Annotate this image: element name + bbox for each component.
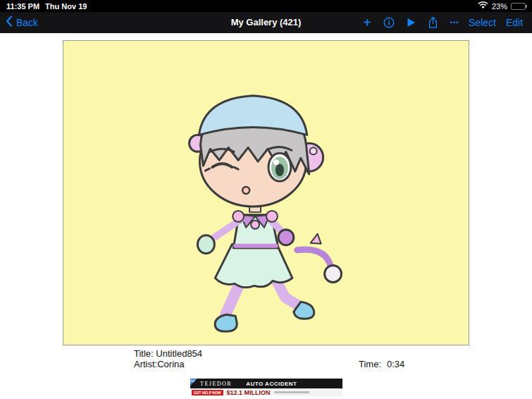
share-icon xyxy=(428,16,438,29)
ad-cta-button[interactable]: GET HELP NOW xyxy=(192,390,223,395)
status-right: 23% xyxy=(478,1,526,11)
ad-banner[interactable]: Ad TEJEDOR AUTO ACCIDENT GET HELP NOW $1… xyxy=(190,379,342,396)
nav-bar: Back My Gallery (421) + ••• xyxy=(0,12,532,33)
share-button[interactable] xyxy=(425,16,440,29)
add-button[interactable]: + xyxy=(359,16,375,30)
app-root: 11:35 PM Thu Nov 19 23% Back My Gallery … xyxy=(0,0,532,399)
artwork-time: Time:0:34 xyxy=(359,359,404,369)
info-button[interactable] xyxy=(381,17,397,28)
battery-percent: 23% xyxy=(492,2,507,11)
ad-firm-name: TEJEDOR xyxy=(200,381,232,387)
artwork-meta: Title: Untitled854 Artist:Corina xyxy=(134,348,202,369)
ad-headline: AUTO ACCIDENT xyxy=(246,381,297,387)
artwork-artist: Artist:Corina xyxy=(134,359,202,369)
select-button[interactable]: Select xyxy=(469,17,496,28)
artwork-title: Title: Untitled854 xyxy=(134,348,202,359)
ad-bottom-row: GET HELP NOW $12.1 MILLION xyxy=(190,388,342,396)
artwork-canvas[interactable] xyxy=(63,40,469,345)
info-icon xyxy=(383,17,395,28)
play-icon xyxy=(407,18,416,27)
time-value: 0:34 xyxy=(387,359,404,369)
status-date: Thu Nov 19 xyxy=(45,2,87,11)
more-button[interactable]: ••• xyxy=(447,19,462,26)
artwork-drawing xyxy=(63,41,469,345)
ad-fineprint xyxy=(274,391,309,393)
wifi-icon xyxy=(478,1,488,11)
edit-button[interactable]: Edit xyxy=(502,17,526,28)
status-time: 11:35 PM xyxy=(6,2,39,11)
battery-icon xyxy=(511,3,526,10)
nav-actions: + ••• Select Edit xyxy=(359,12,526,33)
ad-top-row: TEJEDOR AUTO ACCIDENT xyxy=(190,379,342,388)
status-left: 11:35 PM Thu Nov 19 xyxy=(6,2,87,11)
time-label: Time: xyxy=(359,359,381,369)
status-bar: 11:35 PM Thu Nov 19 23% xyxy=(0,0,532,12)
ad-amount: $12.1 MILLION xyxy=(227,389,271,396)
play-button[interactable] xyxy=(403,18,419,27)
